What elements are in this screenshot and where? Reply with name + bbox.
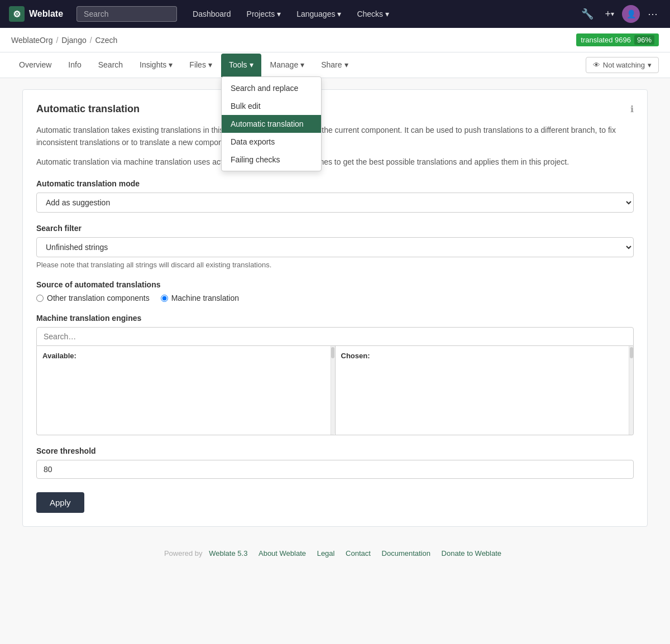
chevron-down-icon: ▾ xyxy=(208,60,212,69)
tab-overview[interactable]: Overview xyxy=(11,54,59,77)
filter-help-text: Please note that translating all strings… xyxy=(36,261,634,269)
scrollbar-right[interactable] xyxy=(629,346,633,435)
card-header: Automatic translation ℹ xyxy=(36,103,634,115)
score-input[interactable] xyxy=(36,460,634,479)
nav-right: 🔧 + ▾ 👤 ⋯ xyxy=(578,4,661,23)
description2: Automatic translation via machine transl… xyxy=(36,156,634,168)
scrollbar-handle-right xyxy=(630,347,633,358)
source-label: Source of automated translations xyxy=(36,280,634,289)
translated-pct: 96% xyxy=(634,35,654,45)
nav-links: Dashboard Projects ▾ Languages ▾ Checks … xyxy=(186,5,396,23)
footer: Powered by Weblate 5.3 About Weblate Leg… xyxy=(22,538,648,569)
search-filter-section: Search filter Unfinished strings All str… xyxy=(36,224,634,269)
engines-section: Machine translation engines Available: C… xyxy=(36,314,634,435)
radio-other-input[interactable] xyxy=(36,295,44,302)
navbar: ⚙ Weblate Dashboard Projects ▾ Languages… xyxy=(0,0,670,28)
translated-badge: translated 9696 96% xyxy=(576,33,659,46)
engines-search-input[interactable] xyxy=(36,327,634,346)
dropdown-auto-translate[interactable]: Automatic translation xyxy=(222,115,321,133)
translation-mode-section: Automatic translation mode Add as sugges… xyxy=(36,179,634,213)
wrench-icon[interactable]: 🔧 xyxy=(578,4,597,23)
tab-share[interactable]: Share ▾ xyxy=(313,54,356,77)
footer-contact-link[interactable]: Contact xyxy=(346,549,371,558)
avatar[interactable]: 👤 xyxy=(622,5,640,23)
chevron-down-icon: ▾ xyxy=(611,10,614,18)
tab-manage[interactable]: Manage ▾ xyxy=(262,54,313,77)
tab-tools-container: Tools ▾ Search and replace Bulk edit Aut… xyxy=(221,54,261,76)
footer-legal-link[interactable]: Legal xyxy=(317,549,335,558)
plus-icon[interactable]: + ▾ xyxy=(601,5,618,23)
mode-label: Automatic translation mode xyxy=(36,179,634,188)
chevron-down-icon: ▾ xyxy=(344,60,348,69)
breadcrumb-project[interactable]: Django xyxy=(61,36,86,45)
footer-weblate-link[interactable]: Weblate 5.3 xyxy=(209,549,247,558)
breadcrumb-org[interactable]: WeblateOrg xyxy=(11,36,52,45)
brand-name: Weblate xyxy=(29,9,63,19)
tab-bar: Overview Info Search Insights ▾ Files ▾ … xyxy=(0,52,670,78)
chevron-down-icon: ▾ xyxy=(169,60,173,69)
not-watching-button[interactable]: 👁 Not watching ▾ xyxy=(586,57,659,73)
tab-right: 👁 Not watching ▾ xyxy=(586,52,659,78)
chevron-down-icon: ▾ xyxy=(385,9,389,18)
chevron-down-icon: ▾ xyxy=(250,60,253,69)
scrollbar-handle-left xyxy=(331,347,334,358)
footer-about-link[interactable]: About Weblate xyxy=(259,549,306,558)
chevron-down-icon: ▾ xyxy=(300,60,304,69)
breadcrumb-component[interactable]: Czech xyxy=(95,36,118,45)
description1: Automatic translation takes existing tra… xyxy=(36,124,634,149)
tab-files[interactable]: Files ▾ xyxy=(181,54,220,77)
breadcrumb: WeblateOrg / Django / Czech xyxy=(11,36,117,45)
tab-info[interactable]: Info xyxy=(60,54,89,77)
radio-machine[interactable]: Machine translation xyxy=(161,294,239,302)
chevron-down-icon: ▾ xyxy=(648,61,652,69)
tab-insights[interactable]: Insights ▾ xyxy=(132,54,180,77)
engines-label: Machine translation engines xyxy=(36,314,634,323)
source-radio-group: Other translation components Machine tra… xyxy=(36,294,634,302)
score-label: Score threshold xyxy=(36,446,634,455)
apply-button[interactable]: Apply xyxy=(36,492,84,513)
chevron-down-icon: ▾ xyxy=(337,9,341,18)
engines-chosen-label: Chosen: xyxy=(341,352,628,360)
breadcrumb-sep2: / xyxy=(90,36,92,45)
search-input[interactable] xyxy=(76,6,177,22)
dropdown-search-replace[interactable]: Search and replace xyxy=(222,79,321,97)
tab-search[interactable]: Search xyxy=(90,54,131,77)
dropdown-failing-checks[interactable]: Failing checks xyxy=(222,151,321,169)
search-filter-select[interactable]: Unfinished strings All strings xyxy=(36,237,634,257)
engines-available-label: Available: xyxy=(42,352,329,360)
brand[interactable]: ⚙ Weblate xyxy=(9,6,63,22)
more-options-icon[interactable]: ⋯ xyxy=(644,4,661,23)
dropdown-bulk-edit[interactable]: Bulk edit xyxy=(222,97,321,115)
tab-tools[interactable]: Tools ▾ xyxy=(221,54,261,77)
radio-other[interactable]: Other translation components xyxy=(36,294,150,302)
breadcrumb-bar: WeblateOrg / Django / Czech translated 9… xyxy=(0,28,670,52)
footer-docs-link[interactable]: Documentation xyxy=(382,549,430,558)
source-section: Source of automated translations Other t… xyxy=(36,280,634,302)
translated-text: translated 9696 xyxy=(581,36,631,44)
eye-icon: 👁 xyxy=(593,61,600,69)
dropdown-data-exports[interactable]: Data exports xyxy=(222,133,321,151)
page-title: Automatic translation xyxy=(36,103,140,115)
auto-translation-card: Automatic translation ℹ Automatic transl… xyxy=(22,89,648,527)
info-icon[interactable]: ℹ xyxy=(630,104,634,114)
footer-donate-link[interactable]: Donate to Weblate xyxy=(442,549,501,558)
footer-powered: Powered by Weblate 5.3 xyxy=(164,549,254,558)
main-content: Automatic translation ℹ Automatic transl… xyxy=(11,78,659,580)
breadcrumb-sep: / xyxy=(56,36,58,45)
radio-machine-input[interactable] xyxy=(161,295,168,302)
nav-dashboard[interactable]: Dashboard xyxy=(186,5,238,23)
nav-languages[interactable]: Languages ▾ xyxy=(290,5,348,23)
mode-select[interactable]: Add as suggestion Translate xyxy=(36,193,634,213)
search-filter-label: Search filter xyxy=(36,224,634,233)
chevron-down-icon: ▾ xyxy=(277,9,281,18)
tools-dropdown: Search and replace Bulk edit Automatic t… xyxy=(221,76,322,171)
scrollbar-left[interactable] xyxy=(331,346,335,435)
brand-icon: ⚙ xyxy=(9,6,25,22)
nav-projects[interactable]: Projects ▾ xyxy=(240,5,288,23)
score-section: Score threshold xyxy=(36,446,634,479)
engines-chosen-col: Chosen: xyxy=(336,346,634,435)
engines-box: Available: Chosen: xyxy=(36,346,634,435)
engines-available-col: Available: xyxy=(37,346,336,435)
nav-checks[interactable]: Checks ▾ xyxy=(350,5,396,23)
